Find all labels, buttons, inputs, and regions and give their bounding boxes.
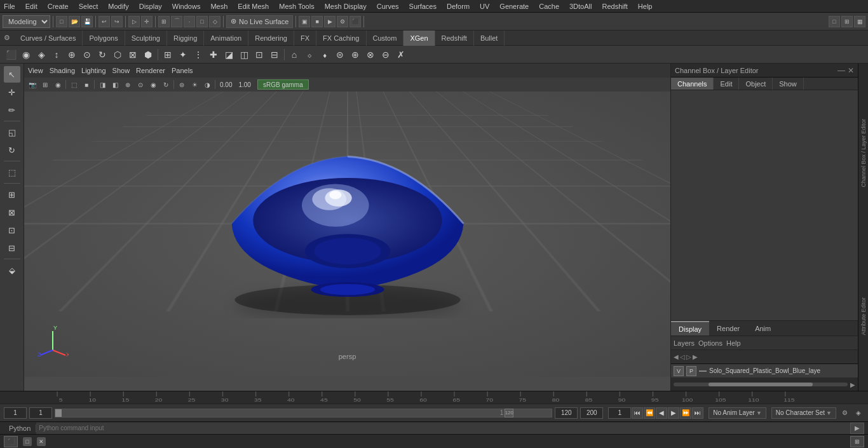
rotate-tool-btn[interactable]: ↻	[4, 142, 20, 158]
snap-grid-btn[interactable]: ⊞	[158, 16, 170, 27]
tool-icon-19[interactable]: ⌂	[287, 48, 301, 62]
tool-icon-11[interactable]: ⊞	[161, 48, 175, 62]
layout-custom-btn[interactable]: ▦	[854, 16, 865, 27]
cb-tab-edit[interactable]: Edit	[714, 78, 739, 90]
tab-custom[interactable]: Custom	[367, 31, 404, 46]
menu-meshdisplay[interactable]: Mesh Display	[323, 3, 368, 10]
tool-icon-9[interactable]: ⊠	[126, 48, 140, 62]
menu-uv[interactable]: UV	[478, 3, 491, 10]
tool-icon-23[interactable]: ⊕	[348, 48, 362, 62]
vp-toggle-btn[interactable]: ◉	[52, 79, 64, 90]
tab-animation[interactable]: Animation	[204, 31, 248, 46]
tab-rendering[interactable]: Rendering	[248, 31, 294, 46]
vp-shade2-btn[interactable]: ◧	[109, 79, 121, 90]
tool-icon-17[interactable]: ⊡	[252, 48, 266, 62]
vp-xray-btn[interactable]: ⊜	[176, 79, 187, 90]
vp-menu-view[interactable]: View	[28, 67, 43, 74]
layer-visibility-btn[interactable]: V	[674, 366, 684, 376]
vp-menu-shading[interactable]: Shading	[50, 67, 75, 74]
tool-icon-26[interactable]: ✗	[394, 48, 408, 62]
tool-icon-10[interactable]: ⬢	[141, 48, 155, 62]
layer-next-btn[interactable]: ▷	[686, 353, 691, 360]
anim-extra-btn[interactable]: ◈	[853, 407, 864, 419]
menu-cache[interactable]: Cache	[538, 3, 560, 10]
no-anim-layer-btn[interactable]: No Anim Layer ▼	[709, 407, 766, 419]
new-file-btn[interactable]: □	[56, 16, 67, 27]
menu-editmesh[interactable]: Edit Mesh	[236, 3, 270, 10]
tool-btn-5[interactable]: ⬙	[4, 262, 20, 278]
viewport-3d[interactable]: View Shading Lighting Show Renderer Pane…	[24, 64, 670, 391]
tool-btn-1[interactable]: ⊞	[4, 186, 20, 203]
render-settings-btn[interactable]: ⚙	[337, 16, 348, 27]
tool-icon-16[interactable]: ◫	[237, 48, 251, 62]
menu-edit[interactable]: Edit	[24, 3, 39, 10]
menu-deform[interactable]: Deform	[445, 3, 471, 10]
menu-generate[interactable]: Generate	[498, 3, 530, 10]
disp-tab-render[interactable]: Render	[709, 321, 747, 336]
tab-fx[interactable]: FX	[294, 31, 316, 46]
tool-icon-24[interactable]: ⊗	[363, 48, 377, 62]
tab-rigging[interactable]: Rigging	[167, 31, 204, 46]
tool-icon-6[interactable]: ⊙	[80, 48, 94, 62]
tool-icon-7[interactable]: ↻	[95, 48, 109, 62]
vp-shade1-btn[interactable]: ◨	[97, 79, 108, 90]
tool-icon-20[interactable]: ⬦	[302, 48, 316, 62]
menu-select[interactable]: Select	[78, 3, 100, 10]
menu-surfaces[interactable]: Surfaces	[408, 3, 438, 10]
scroll-right-btn[interactable]: ▶	[850, 381, 855, 388]
step-forward-btn[interactable]: ⏩	[680, 407, 691, 419]
anim-slider-thumb[interactable]	[55, 409, 62, 417]
vp-shade5-btn[interactable]: ◉	[147, 79, 159, 90]
no-char-set-btn[interactable]: No Character Set ▼	[771, 407, 836, 419]
tool-icon-21[interactable]: ⬧	[318, 48, 332, 62]
goto-start-btn[interactable]: ⏮	[632, 407, 643, 419]
tab-curves-surfaces[interactable]: Curves / Surfaces	[14, 31, 83, 46]
marquee-tool-btn[interactable]: ⬚	[4, 164, 20, 180]
layer-prev-btn[interactable]: ◀	[674, 353, 679, 360]
current-frame-display[interactable]: 1	[608, 407, 631, 419]
python-tab-label[interactable]: Python	[4, 424, 36, 432]
tab-fx-caching[interactable]: FX Caching	[316, 31, 366, 46]
menu-file[interactable]: File	[3, 3, 17, 10]
tool-icon-12[interactable]: ✦	[176, 48, 190, 62]
disp-tab-display[interactable]: Display	[671, 321, 709, 336]
timeline[interactable]: 5 10 15 20 25 30 35 40 45 50 5	[0, 391, 868, 404]
vp-menu-renderer[interactable]: Renderer	[136, 67, 165, 74]
layer-pickable-btn[interactable]: P	[686, 366, 696, 376]
channel-box-minimize-btn[interactable]: —	[837, 66, 845, 75]
play-back-btn[interactable]: ◀	[656, 407, 667, 419]
tab-settings-icon[interactable]: ⚙	[0, 31, 14, 45]
tool-icon-13[interactable]: ⋮	[191, 48, 205, 62]
anim-range-end-indicator[interactable]: 120	[505, 409, 513, 417]
vp-menu-show[interactable]: Show	[112, 67, 130, 74]
menu-create[interactable]: Create	[46, 3, 70, 10]
layers-scrollbar[interactable]: ▶	[671, 378, 858, 391]
3d-scene[interactable]: Y X Z persp	[24, 92, 670, 377]
transform-btn[interactable]: ✛	[141, 16, 153, 27]
cb-tab-channels[interactable]: Channels	[671, 78, 714, 90]
select-btn[interactable]: ▷	[128, 16, 140, 27]
vp-mode1-btn[interactable]: ⬚	[68, 79, 79, 90]
anim-end-frame[interactable]: 120	[555, 407, 578, 419]
snap-curve-btn[interactable]: ⌒	[171, 16, 182, 27]
timeline-ruler[interactable]: 5 10 15 20 25 30 35 40 45 50 5	[24, 391, 868, 404]
viewport-render-btn[interactable]: ⬛	[349, 16, 361, 27]
mode-selector[interactable]: Modeling	[3, 15, 50, 28]
anim-settings-btn[interactable]: ⚙	[839, 407, 850, 419]
vp-shade4-btn[interactable]: ⊙	[135, 79, 146, 90]
win-btn-2[interactable]: ✕	[37, 437, 46, 446]
live-surface-btn[interactable]: ⊛ No Live Surface	[226, 15, 293, 28]
disp-tab-anim[interactable]: Anim	[747, 321, 778, 336]
layer-next2-btn[interactable]: ▶	[693, 353, 698, 360]
win-icon-1[interactable]: ⬛	[4, 436, 18, 447]
undo-btn[interactable]: ↩	[98, 16, 110, 27]
tab-redshift[interactable]: Redshift	[435, 31, 474, 46]
goto-end-btn[interactable]: ⏭	[692, 407, 703, 419]
play-forward-btn[interactable]: ▶	[668, 407, 679, 419]
layers-options-label[interactable]: Options	[698, 339, 722, 347]
tool-icon-15[interactable]: ◪	[222, 48, 236, 62]
win-btn-1[interactable]: □	[23, 437, 32, 446]
render-region-btn[interactable]: ▣	[299, 16, 310, 27]
snap-point-btn[interactable]: ·	[184, 16, 195, 27]
tool-icon-22[interactable]: ⊜	[333, 48, 347, 62]
